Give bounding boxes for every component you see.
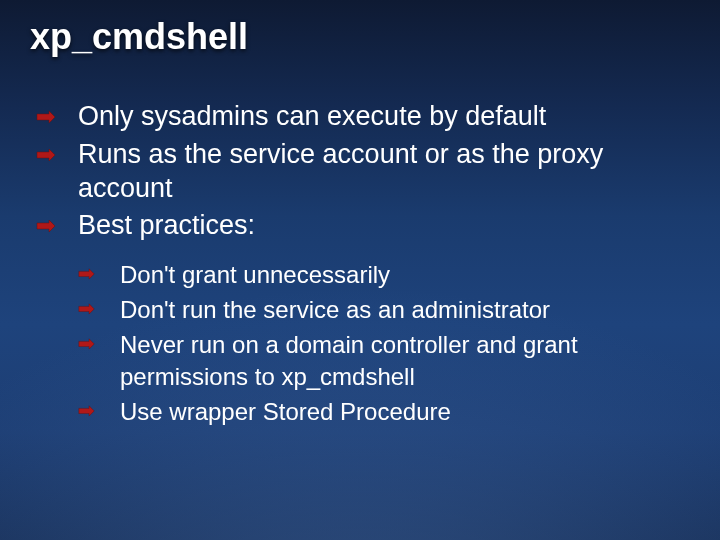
slide-title: xp_cmdshell <box>30 16 248 58</box>
list-item-text: Runs as the service account or as the pr… <box>78 139 603 203</box>
bullet-icon <box>78 338 95 350</box>
list-item-text: Don't grant unnecessarily <box>120 261 390 288</box>
list-item-text: Only sysadmins can execute by default <box>78 101 546 131</box>
list-item-text: Never run on a domain controller and gra… <box>120 331 578 389</box>
list-item: Don't grant unnecessarily <box>78 259 690 290</box>
sub-list-container: Don't grant unnecessarily Don't run the … <box>36 259 690 427</box>
bullet-icon <box>36 148 56 162</box>
sub-bullet-list: Don't grant unnecessarily Don't run the … <box>78 259 690 427</box>
main-bullet-list: Only sysadmins can execute by default Ru… <box>36 100 690 243</box>
bullet-icon <box>78 405 95 417</box>
list-item: Don't run the service as an administrato… <box>78 294 690 325</box>
list-item: Runs as the service account or as the pr… <box>36 138 690 206</box>
list-item: Use wrapper Stored Procedure <box>78 396 690 427</box>
bullet-icon <box>78 303 95 315</box>
bullet-icon <box>78 268 95 280</box>
slide-content: Only sysadmins can execute by default Ru… <box>36 100 690 431</box>
list-item-text: Use wrapper Stored Procedure <box>120 398 451 425</box>
list-item: Only sysadmins can execute by default <box>36 100 690 134</box>
bullet-icon <box>36 110 56 124</box>
list-item: Never run on a domain controller and gra… <box>78 329 690 391</box>
bullet-icon <box>36 219 56 233</box>
list-item-text: Don't run the service as an administrato… <box>120 296 550 323</box>
list-item: Best practices: <box>36 209 690 243</box>
list-item-text: Best practices: <box>78 210 255 240</box>
